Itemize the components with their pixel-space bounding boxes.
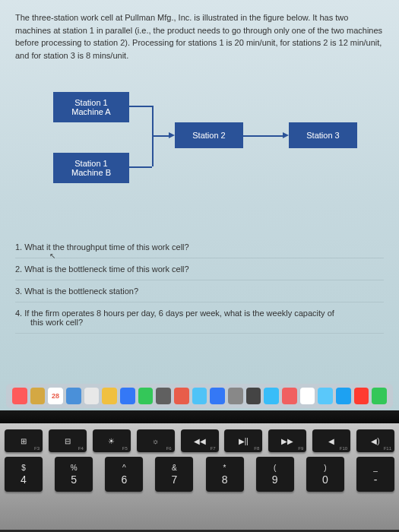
key-label: F11 (384, 446, 391, 451)
function-key: ◀◀F7 (181, 429, 219, 452)
question-3: 3. What is the bottleneck station? (15, 280, 384, 302)
questions-list: 1. What it the throughput time of this w… (15, 236, 384, 334)
key-label: F6 (166, 446, 172, 451)
function-key: ◀F10 (312, 429, 350, 452)
dock-app-icon[interactable] (228, 388, 243, 404)
dock-app-icon[interactable] (210, 388, 225, 404)
dock-app-icon[interactable] (120, 388, 135, 404)
key-label: F9 (298, 446, 303, 451)
dock-app-icon[interactable] (84, 388, 100, 404)
station-1b-box: Station 1 Machine B (53, 153, 129, 183)
key-number: 6 (121, 473, 127, 486)
key-number: 7 (172, 473, 178, 486)
function-key: ☀F5 (93, 429, 131, 452)
number-key: _- (356, 457, 394, 492)
question-4: 4. If the firm operates 8 hours per day,… (15, 302, 384, 334)
function-key: ▶||F8 (224, 429, 262, 452)
workflow-diagram: Station 1 Machine A Station 1 Machine B … (15, 84, 384, 221)
dock-app-icon[interactable] (30, 388, 46, 404)
key-icon: ▶▶ (281, 437, 293, 445)
number-key: *8 (206, 457, 244, 492)
station-label: Station 1 (74, 159, 107, 168)
key-symbol: * (223, 464, 226, 472)
macos-dock[interactable]: 28 (6, 384, 393, 408)
key-number: 5 (71, 473, 77, 486)
key-symbol: $ (21, 464, 26, 472)
key-number: 9 (272, 473, 278, 486)
dock-app-icon[interactable] (192, 388, 207, 404)
function-key: ⊞F3 (5, 429, 43, 452)
key-label: F5 (122, 446, 128, 451)
dock-app-icon[interactable] (282, 388, 297, 404)
dock-app-icon[interactable] (66, 388, 81, 404)
dock-app-icon[interactable] (102, 388, 117, 404)
function-key: ⊟F4 (49, 429, 87, 452)
key-number: 4 (21, 473, 27, 486)
dock-app-icon[interactable] (174, 388, 189, 404)
machine-label: Machine B (71, 168, 111, 177)
dock-app-icon[interactable] (336, 388, 351, 404)
function-key: ◀)F11 (356, 429, 394, 452)
key-symbol: ) (324, 464, 326, 472)
key-icon: ◀ (328, 437, 334, 445)
key-label: F8 (254, 446, 259, 451)
key-icon: ⊞ (21, 437, 27, 445)
key-icon: ⊟ (65, 437, 71, 445)
dock-app-icon[interactable] (246, 388, 261, 404)
screen-bezel (0, 408, 399, 423)
station-3-box: Station 3 (289, 122, 357, 148)
dock-app-icon[interactable] (300, 388, 315, 404)
key-symbol: % (71, 464, 78, 472)
key-icon: ☼ (152, 437, 159, 445)
station-2-box: Station 2 (175, 122, 243, 148)
function-key: ▶▶F9 (268, 429, 306, 452)
dock-app-icon[interactable] (264, 388, 279, 404)
question-2: 2. What is the bottleneck time of this w… (15, 258, 384, 280)
dock-app-icon[interactable] (156, 388, 171, 404)
screen-content: The three-station work cell at Pullman M… (0, 0, 399, 410)
dock-app-icon[interactable] (354, 388, 369, 404)
number-key-row: $4%5^6&7*8(9)0_- (5, 457, 394, 492)
number-key: $4 (5, 457, 43, 492)
number-key: )0 (306, 457, 344, 492)
key-icon: ◀) (371, 437, 379, 445)
dock-app-icon[interactable] (372, 388, 387, 404)
key-number: - (374, 473, 378, 486)
key-label: F3 (34, 446, 40, 451)
dock-app-icon[interactable] (138, 388, 154, 404)
problem-statement: The three-station work cell at Pullman M… (15, 11, 384, 62)
dock-app-icon[interactable] (12, 388, 27, 404)
station-label: Station 3 (306, 131, 339, 140)
key-icon: ◀◀ (194, 437, 206, 445)
function-key: ☼F6 (137, 429, 175, 452)
key-number: 8 (222, 473, 228, 486)
key-icon: ▶|| (239, 437, 249, 445)
station-label: Station 1 (74, 98, 107, 107)
keyboard: ⊞F3⊟F4☀F5☼F6◀◀F7▶||F8▶▶F9◀F10◀)F11 $4%5^… (0, 423, 399, 530)
key-icon: ☀ (108, 437, 115, 445)
question-1: 1. What it the throughput time of this w… (15, 236, 384, 258)
number-key: &7 (155, 457, 193, 492)
key-label: F10 (340, 446, 347, 451)
key-number: 0 (322, 473, 328, 486)
function-key-row: ⊞F3⊟F4☀F5☼F6◀◀F7▶||F8▶▶F9◀F10◀)F11 (5, 429, 394, 452)
key-symbol: _ (373, 464, 378, 472)
number-key: ^6 (105, 457, 143, 492)
station-label: Station 2 (192, 131, 225, 140)
number-key: (9 (256, 457, 294, 492)
station-1a-box: Station 1 Machine A (53, 92, 129, 122)
machine-label: Machine A (71, 107, 110, 116)
dock-app-icon[interactable] (318, 388, 333, 404)
calendar-icon[interactable]: 28 (48, 388, 63, 404)
number-key: %5 (55, 457, 93, 492)
key-symbol: ^ (122, 464, 126, 472)
key-label: F7 (210, 446, 215, 451)
key-label: F4 (78, 446, 84, 451)
key-symbol: ( (274, 464, 276, 472)
key-symbol: & (172, 464, 177, 472)
